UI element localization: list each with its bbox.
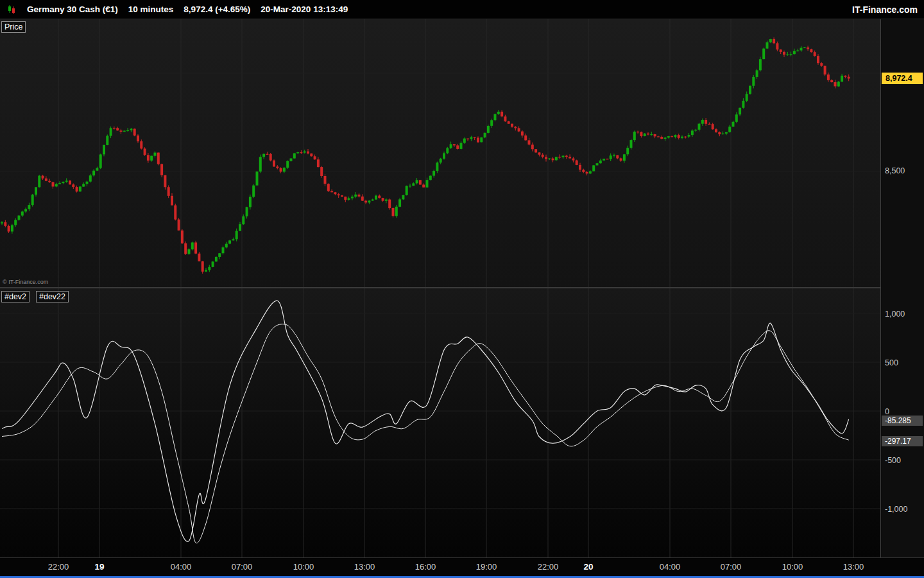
price-chart-area[interactable]: Price © IT-Finance.com [0, 19, 880, 287]
header-bar: Germany 30 Cash (€1) 10 minutes 8,972.4 … [0, 0, 924, 19]
candlestick-chart[interactable] [0, 19, 880, 287]
day-label: 19 [94, 562, 104, 572]
datetime: 20-Mar-2020 13:13:49 [261, 4, 348, 14]
indicator-axis-tick: -1,000 [885, 505, 907, 514]
price-panel-label[interactable]: Price [1, 21, 26, 33]
indicator-chart-area[interactable]: #dev2 #dev22 [0, 288, 880, 557]
time-axis[interactable]: 22:001904:0007:0010:0013:0016:0019:0022:… [0, 557, 924, 576]
time-label: 10:00 [293, 562, 314, 572]
timeframe: 10 minutes [128, 4, 174, 14]
candlestick-icon [6, 4, 17, 15]
time-label: 13:00 [843, 562, 864, 572]
change-percent: (+4.65%) [215, 4, 250, 14]
last-price-header: 8,972.4 (+4.65%) [184, 4, 250, 14]
instrument-name: Germany 30 Cash (€1) [27, 4, 118, 14]
time-label: 07:00 [721, 562, 742, 572]
indicator-lines-chart[interactable] [0, 288, 880, 557]
day-label: 20 [583, 562, 593, 572]
indicator-label-dev2[interactable]: #dev2 [1, 291, 30, 302]
trading-app-window: Germany 30 Cash (€1) 10 minutes 8,972.4 … [0, 0, 924, 578]
indicator-axis-tick: 500 [885, 358, 898, 367]
price-axis-tick: 8,500 [885, 166, 905, 175]
time-label: 10:00 [782, 562, 803, 572]
last-price-badge: 8,972.4 [882, 73, 923, 84]
time-label: 19:00 [476, 562, 497, 572]
time-label: 04:00 [171, 562, 192, 572]
time-label: 16:00 [415, 562, 436, 572]
indicator-value-badge: -85.285 [882, 416, 923, 426]
time-label: 22:00 [48, 562, 69, 572]
time-label: 04:00 [660, 562, 681, 572]
time-label: 07:00 [232, 562, 253, 572]
price-axis[interactable]: 8,5008,972.41,0005000-500-1,000-85.285-2… [880, 19, 924, 557]
copyright-watermark: © IT-Finance.com [3, 279, 48, 285]
time-label: 22:00 [538, 562, 559, 572]
indicator-value-badge: -297.17 [882, 436, 923, 446]
indicator-axis-tick: 0 [885, 407, 889, 416]
indicator-label-dev22[interactable]: #dev22 [36, 291, 69, 302]
brand: IT-Finance.com [852, 4, 918, 15]
indicator-axis-tick: -500 [885, 456, 901, 465]
indicator-axis-tick: 1,000 [885, 310, 905, 319]
time-label: 13:00 [354, 562, 375, 572]
